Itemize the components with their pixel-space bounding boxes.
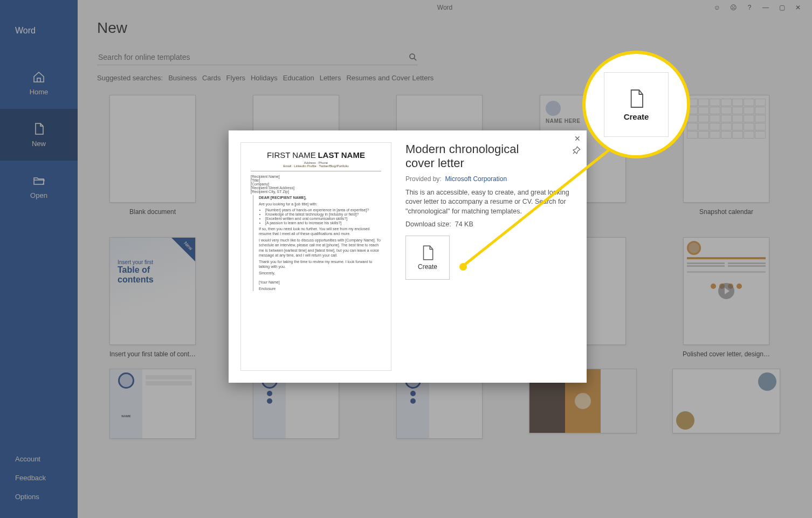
dialog-pin-button[interactable] — [572, 146, 581, 155]
dialog-create-button[interactable]: Create — [405, 236, 450, 280]
provider-link[interactable]: Microsoft Corporation — [445, 175, 507, 183]
dialog-description: This is an accessible, easy to create, a… — [405, 188, 575, 217]
dialog-close-button[interactable]: ✕ — [573, 134, 582, 143]
dialog-provided-by: Provided by: Microsoft Corporation — [405, 175, 575, 183]
template-preview-dialog: FIRST NAME LAST NAME Address · Phone Ema… — [229, 130, 587, 383]
annotation-highlight-circle: Create — [582, 51, 690, 158]
annotation-create-label: Create — [624, 112, 649, 121]
annotation-endpoint — [459, 263, 467, 271]
document-icon — [421, 245, 435, 261]
dialog-title: Modern chronological cover letter — [405, 142, 535, 171]
dialog-preview-pane: FIRST NAME LAST NAME Address · Phone Ema… — [229, 130, 403, 383]
dialog-info-pane: ✕ Modern chronological cover letter Prov… — [403, 130, 587, 383]
document-icon — [628, 88, 645, 109]
dialog-preview-page: FIRST NAME LAST NAME Address · Phone Ema… — [240, 142, 391, 371]
pin-icon — [572, 146, 581, 155]
dialog-create-label: Create — [418, 263, 437, 271]
annotation-create-button: Create — [604, 72, 669, 137]
dialog-download-size: Download size: 74 KB — [405, 220, 575, 228]
